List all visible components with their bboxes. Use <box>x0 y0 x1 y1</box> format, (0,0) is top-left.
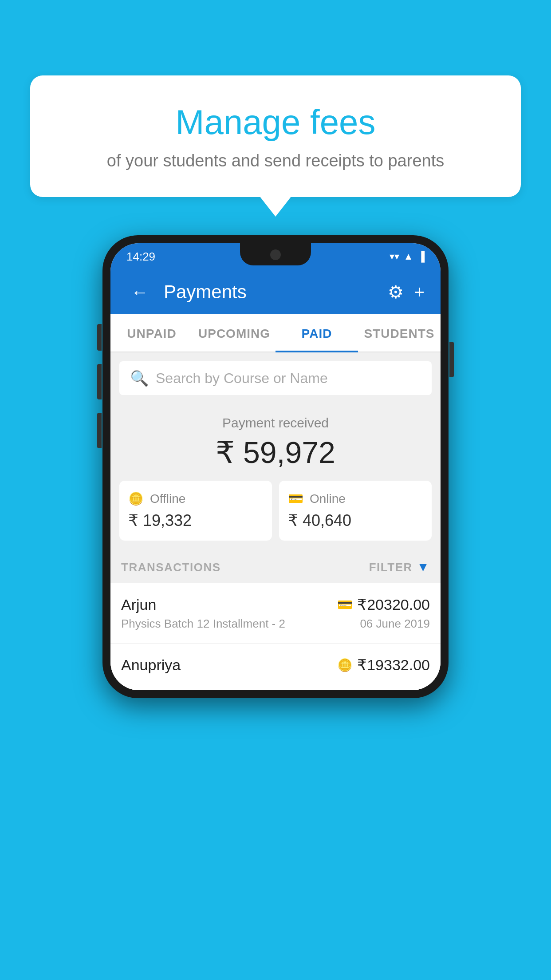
student-name: Anupriya <box>121 656 181 674</box>
bubble-title: Manage fees <box>52 102 499 142</box>
filter-button[interactable]: FILTER ▼ <box>369 560 430 574</box>
phone-outer: 14:29 ▾▾ ▲ ▐ ← Payments ⚙ + UNPAID <box>102 235 449 698</box>
silent-button <box>97 413 102 448</box>
transaction-amount: ₹20320.00 <box>357 596 430 613</box>
online-amount: ₹ 40,640 <box>288 511 423 530</box>
tabs-bar: UNPAID UPCOMING PAID STUDENTS <box>110 314 441 352</box>
wifi-icon: ▾▾ <box>390 251 399 262</box>
offline-payment-icon: 🪙 <box>337 658 353 672</box>
payment-cards: 🪙 Offline ₹ 19,332 💳 Online ₹ 40,640 <box>110 481 441 551</box>
online-card: 💳 Online ₹ 40,640 <box>279 481 432 541</box>
table-row[interactable]: Arjun 💳 ₹20320.00 Physics Batch 12 Insta… <box>110 583 441 644</box>
tab-unpaid[interactable]: UNPAID <box>110 314 193 352</box>
payment-received-label: Payment received <box>119 415 432 431</box>
phone-screen: 14:29 ▾▾ ▲ ▐ ← Payments ⚙ + UNPAID <box>110 243 441 690</box>
transaction-bottom-row: Physics Batch 12 Installment - 2 06 June… <box>121 617 430 631</box>
offline-label: Offline <box>150 492 185 506</box>
app-bar: ← Payments ⚙ + <box>110 270 441 314</box>
payment-received-section: Payment received ₹ 59,972 <box>110 399 441 481</box>
app-title: Payments <box>164 281 377 303</box>
speech-bubble: Manage fees of your students and send re… <box>30 75 521 197</box>
bubble-subtitle: of your students and send receipts to pa… <box>52 151 499 170</box>
transaction-date: 06 June 2019 <box>360 617 430 631</box>
transaction-top-row: Arjun 💳 ₹20320.00 <box>121 596 430 613</box>
back-button[interactable]: ← <box>126 278 153 307</box>
battery-icon: ▐ <box>417 251 425 262</box>
search-bar[interactable]: 🔍 Search by Course or Name <box>119 361 432 395</box>
status-time: 14:29 <box>126 250 155 264</box>
transaction-right: 🪙 ₹19332.00 <box>337 656 430 674</box>
app-bar-icons: ⚙ + <box>388 282 425 302</box>
course-info: Physics Batch 12 Installment - 2 <box>121 617 285 631</box>
offline-card-header: 🪙 Offline <box>128 491 263 506</box>
filter-label: FILTER <box>369 561 413 574</box>
status-icons: ▾▾ ▲ ▐ <box>390 251 425 262</box>
online-card-header: 💳 Online <box>288 491 423 506</box>
camera-dot <box>270 249 281 260</box>
table-row[interactable]: Anupriya 🪙 ₹19332.00 <box>110 644 441 690</box>
search-icon: 🔍 <box>130 369 149 387</box>
student-name: Arjun <box>121 596 156 613</box>
transaction-top-row: Anupriya 🪙 ₹19332.00 <box>121 656 430 674</box>
add-icon[interactable]: + <box>414 282 425 302</box>
tab-paid[interactable]: PAID <box>276 314 358 352</box>
online-icon: 💳 <box>288 491 303 506</box>
online-label: Online <box>310 492 346 506</box>
payment-received-amount: ₹ 59,972 <box>119 435 432 470</box>
main-content: 🔍 Search by Course or Name Payment recei… <box>110 361 441 690</box>
filter-icon: ▼ <box>417 560 430 574</box>
tab-upcoming[interactable]: UPCOMING <box>193 314 276 352</box>
phone-mockup: 14:29 ▾▾ ▲ ▐ ← Payments ⚙ + UNPAID <box>102 235 449 698</box>
settings-icon[interactable]: ⚙ <box>388 282 404 302</box>
transaction-amount: ₹19332.00 <box>357 656 430 674</box>
offline-amount: ₹ 19,332 <box>128 511 263 530</box>
tab-students[interactable]: STUDENTS <box>358 314 441 352</box>
transaction-right: 💳 ₹20320.00 <box>337 596 430 613</box>
offline-icon: 🪙 <box>128 491 144 506</box>
volume-up-button <box>97 324 102 351</box>
power-button <box>449 342 454 377</box>
offline-card: 🪙 Offline ₹ 19,332 <box>119 481 272 541</box>
transactions-header: TRANSACTIONS FILTER ▼ <box>110 551 441 583</box>
transactions-label: TRANSACTIONS <box>121 561 221 574</box>
search-placeholder: Search by Course or Name <box>156 370 328 387</box>
signal-icon: ▲ <box>404 251 413 262</box>
phone-notch <box>240 243 311 265</box>
volume-down-button <box>97 364 102 399</box>
online-payment-icon: 💳 <box>337 597 353 612</box>
